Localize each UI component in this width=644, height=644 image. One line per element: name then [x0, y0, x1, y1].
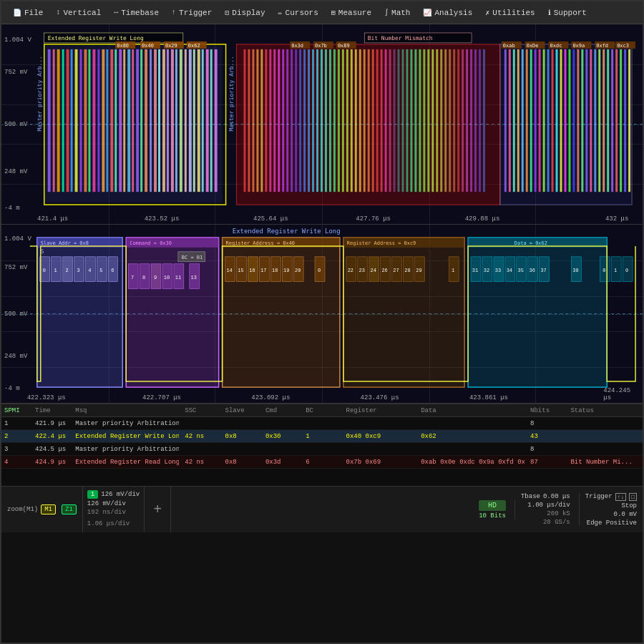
svg-rect-252	[540, 257, 550, 282]
svg-text:Register Address = 0x40: Register Address = 0x40	[226, 240, 295, 246]
time-label-t1: 421.4 μs	[37, 215, 68, 223]
svg-rect-258	[611, 257, 621, 282]
menu-timebase[interactable]: ↔ Timebase	[108, 6, 165, 19]
volt-label-b4: 248 mV	[4, 353, 27, 360]
cell-cmd-2: 0x30	[265, 433, 300, 440]
svg-rect-52	[286, 49, 288, 192]
main-content: 1.004 V 752 mV 500 mV 248 mV -4 m	[1, 24, 643, 643]
svg-rect-244	[494, 257, 504, 282]
cell-num-1: 1	[4, 420, 29, 427]
right-status: HD 10 Bits Tbase 0.00 μs 1.00 μs/div 200…	[473, 487, 643, 532]
ch1-badge[interactable]: 1	[87, 490, 98, 499]
svg-rect-231	[403, 257, 413, 282]
col-data: Data	[421, 407, 525, 414]
svg-text:Master priority Arb...: Master priority Arb...	[36, 56, 43, 131]
svg-rect-41	[237, 44, 500, 205]
menu-analysis[interactable]: 📈 Analysis	[417, 6, 478, 19]
svg-text:0xc3: 0xc3	[617, 43, 629, 49]
svg-rect-238	[468, 238, 607, 248]
svg-rect-88	[440, 49, 442, 192]
svg-rect-6	[71, 49, 73, 192]
svg-rect-129	[628, 49, 630, 192]
menu-display[interactable]: ⊡ Display	[219, 6, 270, 19]
svg-rect-27	[162, 49, 165, 192]
menu-vertical[interactable]: ↕ Vertical	[50, 6, 107, 19]
svg-text:0x89: 0x89	[338, 43, 350, 49]
menu-trigger[interactable]: ↑ Trigger	[166, 6, 218, 19]
menu-file[interactable]: 📄 File	[7, 6, 49, 19]
oscilloscope-display: 📄 File ↕ Vertical ↔ Timebase ↑ Trigger ⊡…	[0, 0, 644, 644]
svg-rect-49	[273, 49, 275, 192]
svg-rect-24	[150, 49, 152, 192]
file-icon: 📄	[13, 9, 21, 17]
svg-rect-165	[37, 238, 122, 248]
svg-rect-145	[290, 42, 310, 49]
svg-text:0xdc: 0xdc	[550, 43, 562, 49]
waveform-top[interactable]: 1.004 V 752 mV 500 mV 248 mV -4 m	[1, 24, 643, 225]
volt-label-b3: 500 mV	[4, 311, 27, 318]
menu-math[interactable]: ∫ Math	[379, 6, 416, 19]
svg-rect-12	[97, 49, 99, 192]
table-row[interactable]: 2 422.4 μs Extended Register Write Long …	[1, 430, 643, 443]
ch1-offset: 126 mV/div	[87, 500, 126, 507]
svg-rect-120	[590, 49, 592, 192]
menu-support[interactable]: ℹ Support	[542, 6, 592, 19]
trigger-text: Trigger	[585, 493, 613, 501]
table-row[interactable]: 3 424.5 μs Master priority Arbitration (…	[1, 443, 643, 456]
svg-rect-54	[295, 49, 297, 192]
svg-rect-193	[162, 264, 172, 289]
trigger-icon: ↑↓	[615, 493, 627, 501]
svg-rect-81	[410, 49, 412, 192]
table-row[interactable]: 1 421.9 μs Master priority Arbitration (…	[1, 417, 643, 430]
bits-label: 10 Bits	[479, 512, 506, 519]
waveform-bottom[interactable]: 1.004 V 752 mV 500 mV 248 mV -4 m Extend…	[1, 225, 643, 404]
menu-cursors[interactable]: ✏ Cursors	[273, 6, 324, 19]
svg-rect-109	[543, 49, 545, 192]
svg-rect-105	[526, 49, 528, 192]
svg-rect-72	[372, 49, 374, 192]
svg-text:Slave Addr = 0x8: Slave Addr = 0x8	[41, 240, 89, 246]
svg-text:Bit Number Mismatch: Bit Number Mismatch	[368, 35, 433, 42]
z1-label[interactable]: Z1	[62, 504, 77, 514]
svg-text:16: 16	[249, 268, 255, 273]
svg-rect-64	[338, 49, 340, 192]
svg-rect-23	[145, 49, 147, 192]
svg-rect-157	[571, 42, 591, 49]
svg-rect-114	[564, 49, 566, 192]
table-row[interactable]: 4 424.9 μs Extended Register Read Long 4…	[1, 456, 643, 469]
trigger-type: Edge Positive	[587, 519, 637, 527]
svg-rect-77	[394, 49, 396, 192]
cell-msg-1: Master priority Arbitration (8)	[75, 420, 179, 427]
svg-rect-93	[462, 49, 464, 192]
math-icon: ∫	[384, 9, 389, 16]
menu-measure[interactable]: ⊞ Measure	[326, 6, 377, 19]
svg-rect-103	[517, 49, 519, 192]
m1-label[interactable]: M1	[41, 504, 56, 514]
svg-rect-125	[611, 49, 613, 192]
svg-text:22: 22	[348, 268, 353, 273]
svg-text:1: 1	[452, 268, 454, 273]
svg-rect-202	[225, 257, 235, 282]
svg-rect-56	[303, 49, 306, 192]
zoom-channel-area: zoom(M1) M1 Z1	[1, 487, 83, 532]
cell-num-3: 3	[4, 446, 29, 453]
svg-rect-225	[369, 257, 379, 282]
svg-rect-45	[256, 49, 258, 192]
svg-rect-59	[316, 49, 318, 192]
svg-rect-104	[522, 49, 524, 192]
menu-utilities[interactable]: ✗ Utilities	[479, 6, 540, 19]
svg-rect-164	[37, 238, 122, 387]
svg-text:0: 0	[43, 268, 46, 273]
volt-label-1: 1.004 V	[4, 36, 31, 44]
time-label-b5: 423.861 μs	[469, 394, 508, 401]
add-channel-button[interactable]: +	[145, 487, 171, 532]
cell-time-4: 424.9 μs	[35, 459, 69, 466]
svg-rect-68	[355, 49, 357, 192]
svg-rect-76	[389, 49, 391, 192]
svg-rect-1	[48, 49, 51, 192]
channel-1-info: 1 126 mV/div 126 mV/div 192 ns/div 1.06 …	[83, 487, 145, 532]
svg-rect-126	[615, 49, 618, 192]
svg-text:37: 37	[540, 268, 546, 273]
svg-rect-61	[325, 49, 327, 192]
cell-bc-2: 1	[306, 433, 340, 440]
